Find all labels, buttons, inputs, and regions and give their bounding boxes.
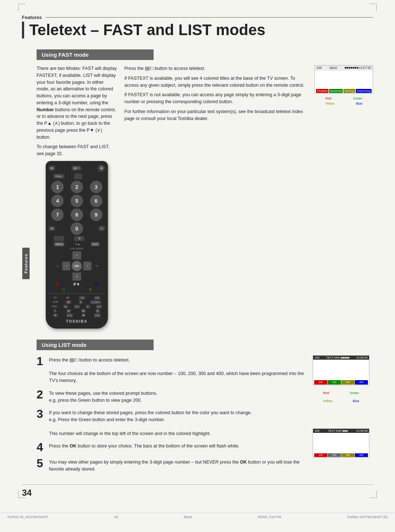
remote-0-row: ⇌ 0 ⊙ — [49, 222, 105, 235]
fast-mid-p3: If FASTEXT is not available, you can acc… — [124, 91, 307, 105]
remote-pause-btn[interactable]: ⏸ — [53, 314, 58, 317]
remote-ff2-btn[interactable]: ▷▷| — [94, 314, 101, 317]
remote-mute-btn[interactable]: 🔇 — [66, 300, 71, 304]
tv-list-top-3: 100 TEXT M00 ■■■ 14:58:59 — [313, 429, 369, 433]
tv-step3-bar-250: 250 — [328, 453, 341, 457]
remote-blank-btn[interactable] — [74, 173, 82, 179]
remote-num-6[interactable]: 6 — [90, 195, 102, 207]
remote-nav-left[interactable]: < — [62, 262, 70, 270]
tv-list-body-1 — [313, 360, 369, 379]
step-3-text: If you want to change these stored pages… — [49, 408, 252, 437]
remote-call-btn[interactable]: CALL — [53, 174, 64, 179]
fast-left-text: There are two Modes: FAST will display F… — [37, 65, 117, 329]
remote-exit-btn[interactable]: EXIT — [91, 242, 100, 246]
step-3-row: 3 If you want to change these stored pag… — [37, 408, 305, 437]
remote-pip-btn[interactable]: ⊞ — [67, 309, 71, 313]
tv-bar-baseball: Baseball — [329, 89, 343, 93]
remote-icon-btn1[interactable]: ▤ — [49, 166, 55, 171]
remote-ch-skip-btn[interactable]: <◁◁▷> — [90, 300, 101, 304]
step-4-num: 4 — [37, 441, 45, 453]
tv-label-yellow: Yellow — [325, 102, 335, 105]
remote-num-7[interactable]: 7 — [51, 209, 64, 221]
tv-list-3-time: 14:58:59 — [356, 429, 368, 432]
remote-transport-row: ⏸ |◁◁ ■ ▷▷| — [49, 314, 105, 317]
fast-mode-content: There are two Modes: FAST will display F… — [37, 65, 373, 329]
remote-power-btn[interactable]: ⏻ — [98, 165, 105, 172]
sidebar-col: Features — [22, 49, 37, 477]
remote-num-9[interactable]: 9 — [90, 209, 102, 221]
remote-eject-btn[interactable]: ▲ — [63, 305, 68, 308]
remote-number-grid: 1 2 3 4 5 6 7 8 9 — [49, 181, 105, 221]
remote-num-0[interactable]: 0 — [71, 222, 83, 235]
sidebar-features-label: Features — [22, 248, 30, 279]
remote-icon-btn2[interactable]: ▤/□ — [72, 166, 81, 171]
page-title: Teletext – FAST and LIST modes — [22, 22, 373, 38]
content-col: Using FAST mode There are two Modes: FAS… — [37, 49, 373, 477]
remote-g-label: G — [62, 288, 65, 292]
remote-ctrl-row: i ⊞ ⊠ ⊕ — [49, 309, 105, 313]
remote-ch-fav-btn[interactable] — [54, 236, 64, 241]
remote-source-row: TV Ⅱ/Ⅱ ◁◁ ▷▷ — [49, 296, 105, 300]
remote-ff-btn[interactable]: ▷▷ — [96, 305, 102, 308]
remote-skip-btn[interactable]: ▷▷ — [94, 296, 100, 300]
remote-swap-btn[interactable]: ⊠ — [81, 309, 86, 313]
remote-vol-btn[interactable]: ◁◁ — [79, 296, 85, 300]
remote-b-label: B — [95, 282, 98, 286]
remote-stop-btn[interactable]: ■ — [82, 314, 85, 317]
tv-list-color-labels-1: Red Green — [313, 390, 369, 396]
tv-list-top-1: 100 TEXT M00 ■■■■■ 14:58:55 — [313, 356, 369, 360]
fast-text-1: There are two Modes: FAST will display F… — [37, 65, 117, 141]
remote-num-1[interactable]: 1 — [51, 181, 64, 193]
list-mode-section: Using LIST mode 1 Press the ▤/□ button t… — [37, 340, 373, 477]
remote-wrap: ▤ ▤/□ ⏻ CALL — [37, 161, 117, 329]
fast-text-2: To change between FAST and LIST, see pag… — [37, 143, 117, 157]
tv-list-bars-1: 100 200 300 400 — [313, 379, 369, 385]
remote-step-btn[interactable]: |◁◁ — [67, 314, 73, 317]
tv-list-1-time: 14:58:55 — [356, 356, 368, 359]
remote-num-4[interactable]: 4 — [51, 195, 64, 207]
tv-bar-row-fast: Football Baseball Racing Swimming — [315, 89, 373, 93]
remote-dvd-label: DVD — [52, 305, 57, 308]
step-1-row: 1 Press the ▤/□ button to access teletex… — [37, 355, 305, 384]
remote-nav-up[interactable]: ∧ — [72, 251, 81, 259]
tv-bar-football: Football — [316, 89, 328, 93]
tv-list-1-text: TEXT M00 ■■■■■ — [326, 356, 349, 359]
remote-nav-down[interactable]: ∨ — [72, 273, 81, 281]
tv-step3-bar-400: 400 — [355, 453, 368, 457]
remote-num-8[interactable]: 8 — [71, 209, 83, 221]
remote-mix-btn[interactable]: ⊕ — [95, 309, 100, 313]
remote-vol-down-btn[interactable]: ▾ — [79, 300, 83, 304]
remote-nav-right[interactable]: > — [83, 262, 91, 270]
remote-num-5[interactable]: 5 — [71, 195, 83, 207]
tv-list-body-3 — [313, 433, 369, 447]
remote-play-btn[interactable]: ▷ — [86, 305, 90, 308]
footer-right: Toshiba 32/37WL58AET (E) — [347, 515, 388, 519]
footer-left-text: #01E32-35_32/37WL58AET — [7, 515, 49, 519]
fast-right-tv: 100 Sport ■■■■■■■14:57:55 Football Baseb… — [315, 65, 373, 329]
fast-middle-text: Press the ▤/□ button to access teletext.… — [124, 65, 307, 329]
tv-bar-racing: Racing — [343, 89, 355, 93]
fast-mid-p2: If FASTEXT is available, you will see 4 … — [124, 75, 307, 89]
remote-right-arrow-label: ▷ — [96, 265, 98, 267]
remote-info-btn[interactable]: i — [54, 309, 57, 312]
features-label-row: Features — [22, 15, 373, 20]
remote-num-3[interactable]: 3 — [90, 181, 102, 193]
fast-mid-p1: Press the ▤/□ button to access teletext. — [124, 65, 307, 72]
remote-num-2[interactable]: 2 — [71, 181, 83, 193]
tv-list-label-blue: Blue — [353, 399, 359, 403]
remote-menu-btn[interactable]: MENU — [54, 242, 65, 246]
step-4-row: 4 Press the OK button to store your choi… — [37, 441, 305, 453]
tv-list-1-page: 100 — [315, 356, 319, 359]
tv-list-color-labels2: Yellow Blue — [313, 398, 369, 404]
remote-dvd-row: DVD ▲ ◁◁ ▷ ▷▷ — [49, 305, 105, 308]
remote-recall-btn[interactable]: ⇌ — [49, 226, 55, 231]
remote-subtitle-btn[interactable]: ⊙ — [98, 226, 105, 231]
remote-control: ▤ ▤/□ ⏻ CALL — [46, 161, 108, 329]
tv-list-bar-200: 200 — [328, 380, 341, 385]
tv-list-label-green: Green — [350, 391, 359, 395]
remote-ok-btn[interactable]: OK — [72, 261, 82, 271]
bottom-footer: #01E32-35_32/37WL58AET 34 Black 8/5/05, … — [0, 513, 395, 521]
remote-rw-btn[interactable]: ◁◁ — [74, 305, 80, 308]
page-footer: 34 — [22, 484, 373, 498]
remote-picture-btn[interactable]: ⊞ — [74, 236, 84, 241]
